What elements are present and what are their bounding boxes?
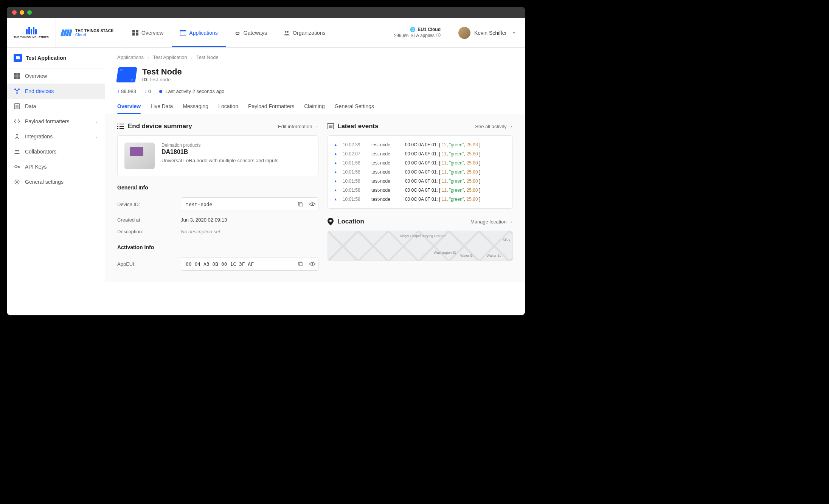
product-image bbox=[124, 143, 155, 169]
event-payload: 00 0C 0A 0F 01: [ 11, "green", 25.80 ] bbox=[405, 197, 480, 202]
svg-rect-0 bbox=[132, 30, 135, 33]
event-node: test-node bbox=[371, 169, 400, 175]
product-vendor: Delmation products bbox=[161, 143, 278, 148]
toggle-visibility-button[interactable] bbox=[306, 198, 318, 211]
activity-pulse-icon bbox=[159, 90, 162, 93]
sidebar-item-integrations[interactable]: Integrations ⌄ bbox=[7, 129, 105, 144]
integrations-icon bbox=[14, 133, 20, 140]
nav-overview[interactable]: Overview bbox=[124, 18, 172, 47]
downlink-count: 0 bbox=[148, 88, 151, 94]
device-stats: ↑ 89.983 ↓ 0 Last activity 2 seconds ago bbox=[105, 88, 525, 99]
event-payload: 00 0C 0A 0F 01: [ 11, "green", 25.80 ] bbox=[405, 188, 480, 193]
event-row[interactable]: ▲10:01:58test-node00 0C 0A 0F 01: [ 11, … bbox=[334, 195, 506, 204]
event-row[interactable]: ▲10:01:58test-node00 0C 0A 0F 01: [ 11, … bbox=[334, 177, 506, 186]
event-row[interactable]: ▲10:01:58test-node00 0C 0A 0F 01: [ 11, … bbox=[334, 158, 506, 167]
event-row[interactable]: ▲10:01:58test-node00 0C 0A 0F 01: [ 11, … bbox=[334, 167, 506, 177]
event-row[interactable]: ▲10:02:39test-node00 0C 0A 0F 01: [ 12, … bbox=[334, 140, 506, 149]
uplink-arrow-icon: ▲ bbox=[334, 188, 337, 192]
device-id-input[interactable] bbox=[181, 202, 294, 207]
end-devices-icon bbox=[14, 88, 20, 95]
cluster-info[interactable]: 🌐EU1 Cloud >99,9% SLA appliesⓘ bbox=[385, 18, 449, 47]
sidebar-item-api-keys[interactable]: API Keys bbox=[7, 159, 105, 174]
sidebar-payload-label: Payload formatters bbox=[25, 118, 70, 124]
event-payload: 00 0C 0A 0F 01: [ 11, "green", 25.80 ] bbox=[405, 178, 480, 184]
minimize-window-button[interactable] bbox=[20, 10, 24, 15]
event-time: 10:02:07 bbox=[343, 151, 366, 157]
nav-applications[interactable]: Applications bbox=[172, 18, 226, 47]
sidebar-settings-label: General settings bbox=[25, 179, 64, 185]
uplink-count: 89.983 bbox=[121, 88, 136, 94]
location-title: Location bbox=[337, 218, 364, 225]
sidebar-end-devices-label: End devices bbox=[25, 88, 54, 94]
event-time: 10:02:39 bbox=[343, 142, 366, 147]
svg-rect-16 bbox=[14, 104, 20, 109]
copy-button[interactable] bbox=[294, 198, 306, 211]
cluster-name-label: EU1 Cloud bbox=[418, 27, 441, 32]
cluster-sla-label: >99,9% SLA applies bbox=[394, 33, 435, 38]
tab-claiming[interactable]: Claiming bbox=[304, 99, 324, 114]
sidebar-app-header[interactable]: Test Application bbox=[7, 48, 105, 68]
svg-point-39 bbox=[312, 263, 313, 265]
page-header: Test Node ID: test-node bbox=[105, 67, 525, 88]
sidebar-item-collaborators[interactable]: Collaborators bbox=[7, 144, 105, 159]
event-node: test-node bbox=[371, 151, 400, 157]
sidebar-item-general-settings[interactable]: General settings bbox=[7, 174, 105, 189]
nav-gateways[interactable]: Gateways bbox=[226, 18, 275, 47]
sidebar-item-data[interactable]: Data bbox=[7, 99, 105, 114]
event-row[interactable]: ▲10:01:58test-node00 0C 0A 0F 01: [ 11, … bbox=[334, 186, 506, 195]
svg-rect-35 bbox=[299, 203, 302, 206]
event-payload: 00 0C 0A 0F 01: [ 12, "green", 25.93 ] bbox=[405, 142, 480, 147]
crumb-app[interactable]: Test Application bbox=[153, 54, 187, 60]
tab-payload-formatters[interactable]: Payload Formatters bbox=[248, 99, 294, 114]
event-row[interactable]: ▲10:02:07test-node00 0C 0A 0F 01: [ 11, … bbox=[334, 149, 506, 158]
location-map[interactable]: King's Chapel Burying Ground Washington … bbox=[328, 231, 513, 261]
brand-block[interactable]: THE THINGS STACK Cloud bbox=[56, 18, 124, 47]
crumb-applications[interactable]: Applications bbox=[117, 54, 144, 60]
sidebar-item-payload-formatters[interactable]: Payload formatters ⌄ bbox=[7, 114, 105, 129]
manage-location-link[interactable]: Manage location → bbox=[470, 219, 513, 225]
svg-rect-12 bbox=[17, 76, 20, 79]
uplink-arrow-icon: ▲ bbox=[334, 143, 337, 147]
event-node: test-node bbox=[371, 188, 400, 193]
tab-location[interactable]: Location bbox=[218, 99, 238, 114]
app-icon bbox=[14, 54, 22, 62]
event-time: 10:01:58 bbox=[343, 160, 366, 166]
list-icon bbox=[117, 123, 124, 129]
tab-messaging[interactable]: Messaging bbox=[183, 99, 208, 114]
main-content: Applications › Test Application › Test N… bbox=[105, 48, 525, 315]
product-model: DA1801B bbox=[161, 149, 278, 155]
appeui-field bbox=[181, 257, 318, 271]
events-icon bbox=[328, 123, 334, 129]
map-label: Washington St bbox=[434, 251, 456, 254]
top-navbar: THE THINGS INDUSTRIES THE THINGS STACK C… bbox=[7, 18, 525, 48]
toggle-visibility-button[interactable] bbox=[306, 257, 318, 270]
sidebar-item-end-devices[interactable]: End devices bbox=[7, 84, 105, 99]
uplink-arrow-icon: ▲ bbox=[334, 152, 337, 156]
uplink-arrow-icon: ▲ bbox=[334, 170, 337, 174]
close-window-button[interactable] bbox=[12, 10, 17, 15]
description-value: No description set bbox=[181, 229, 220, 234]
nav-organizations[interactable]: Organizations bbox=[275, 18, 334, 47]
location-pin-icon bbox=[328, 218, 334, 225]
nav-organizations-label: Organizations bbox=[293, 30, 325, 36]
sidebar-collaborators-label: Collaborators bbox=[25, 149, 56, 155]
edit-information-link[interactable]: Edit information → bbox=[278, 124, 318, 129]
device-id-label: Device ID: bbox=[117, 202, 181, 207]
breadcrumb: Applications › Test Application › Test N… bbox=[105, 48, 525, 67]
uplink-arrow-icon: ▲ bbox=[334, 161, 337, 165]
see-all-activity-link[interactable]: See all activity → bbox=[475, 124, 513, 129]
maximize-window-button[interactable] bbox=[27, 10, 32, 15]
event-time: 10:01:58 bbox=[343, 197, 366, 202]
appeui-input[interactable] bbox=[181, 261, 294, 267]
sidebar-item-overview[interactable]: Overview bbox=[7, 68, 105, 84]
tab-live-data[interactable]: Live Data bbox=[151, 99, 173, 114]
user-menu[interactable]: Kevin Schiffer ▼ bbox=[449, 18, 525, 47]
events-list: ▲10:02:39test-node00 0C 0A 0F 01: [ 12, … bbox=[328, 135, 513, 209]
tab-general-settings[interactable]: General Settings bbox=[335, 99, 374, 114]
brand-name: THE THINGS STACK bbox=[75, 29, 114, 33]
device-id-field bbox=[181, 197, 318, 211]
app-window: THE THINGS INDUSTRIES THE THINGS STACK C… bbox=[7, 7, 525, 315]
copy-button[interactable] bbox=[294, 257, 306, 270]
tab-overview[interactable]: Overview bbox=[117, 99, 141, 114]
svg-rect-5 bbox=[180, 30, 186, 31]
